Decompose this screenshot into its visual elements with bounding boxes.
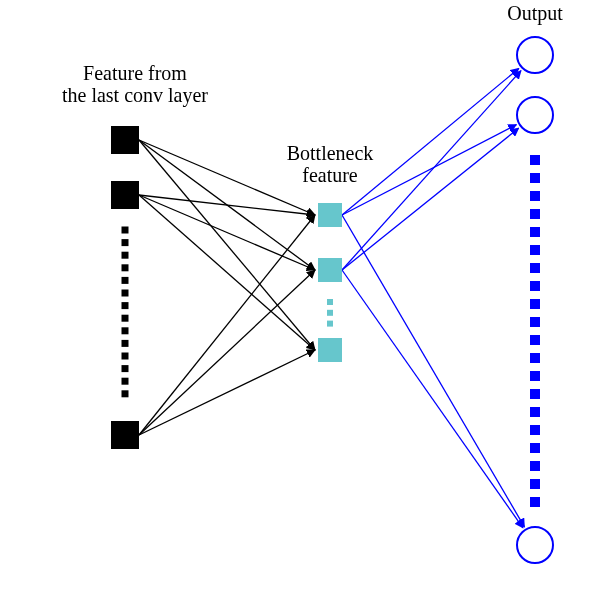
output-node	[517, 527, 553, 563]
label-feature: Feature fromthe last conv layer	[62, 62, 208, 107]
ellipsis-dot	[530, 425, 540, 435]
ellipsis-dot	[122, 365, 129, 372]
edge	[139, 140, 315, 350]
ellipsis-dot	[122, 353, 129, 360]
nn-diagram: Feature fromthe last conv layerBottlenec…	[0, 0, 592, 592]
ellipsis-dot	[530, 191, 540, 201]
ellipsis-dot	[122, 302, 129, 309]
input-ellipsis	[122, 227, 129, 398]
output-node	[517, 97, 553, 133]
ellipsis-dot	[530, 299, 540, 309]
ellipsis-dot	[122, 239, 129, 246]
input-node	[111, 421, 139, 449]
edge	[342, 215, 524, 527]
ellipsis-dot	[122, 390, 129, 397]
ellipsis-dot	[122, 340, 129, 347]
edge	[139, 350, 315, 435]
ellipsis-dot	[530, 479, 540, 489]
edge	[139, 195, 315, 270]
label-output: Output	[507, 2, 563, 25]
ellipsis-dot	[122, 277, 129, 284]
ellipsis-dot	[327, 321, 333, 327]
ellipsis-dot	[122, 315, 129, 322]
edge	[342, 125, 516, 215]
label-bottleneck: Bottleneckfeature	[287, 142, 374, 186]
ellipsis-dot	[327, 310, 333, 316]
ellipsis-dot	[122, 378, 129, 385]
ellipsis-dot	[530, 209, 540, 219]
bottleneck-layer	[318, 203, 342, 362]
edge	[342, 270, 523, 528]
edge	[139, 270, 315, 435]
input-layer	[111, 126, 139, 449]
output-node	[517, 37, 553, 73]
bottleneck-ellipsis	[327, 299, 333, 327]
ellipsis-dot	[530, 227, 540, 237]
ellipsis-dot	[122, 252, 129, 259]
ellipsis-dot	[530, 353, 540, 363]
ellipsis-dot	[122, 264, 129, 271]
bottleneck-node	[318, 203, 342, 227]
ellipsis-dot	[530, 461, 540, 471]
edges-input-to-bottleneck	[139, 140, 315, 435]
ellipsis-dot	[530, 443, 540, 453]
input-node	[111, 126, 139, 154]
ellipsis-dot	[122, 227, 129, 234]
ellipsis-dot	[530, 497, 540, 507]
input-node	[111, 181, 139, 209]
bottleneck-node	[318, 338, 342, 362]
ellipsis-dot	[530, 407, 540, 417]
edge	[342, 71, 521, 270]
ellipsis-dot	[530, 317, 540, 327]
ellipsis-dot	[530, 335, 540, 345]
bottleneck-node	[318, 258, 342, 282]
output-ellipsis	[530, 155, 540, 507]
ellipsis-dot	[530, 281, 540, 291]
edge	[139, 195, 315, 215]
ellipsis-dot	[530, 263, 540, 273]
ellipsis-dot	[530, 155, 540, 165]
edge	[139, 195, 315, 350]
ellipsis-dot	[530, 389, 540, 399]
ellipsis-dot	[530, 173, 540, 183]
ellipsis-dot	[122, 327, 129, 334]
ellipsis-dot	[122, 290, 129, 297]
ellipsis-dot	[327, 299, 333, 305]
edges-bottleneck-to-output	[342, 68, 524, 527]
ellipsis-dot	[530, 371, 540, 381]
edge	[139, 215, 315, 435]
ellipsis-dot	[530, 245, 540, 255]
